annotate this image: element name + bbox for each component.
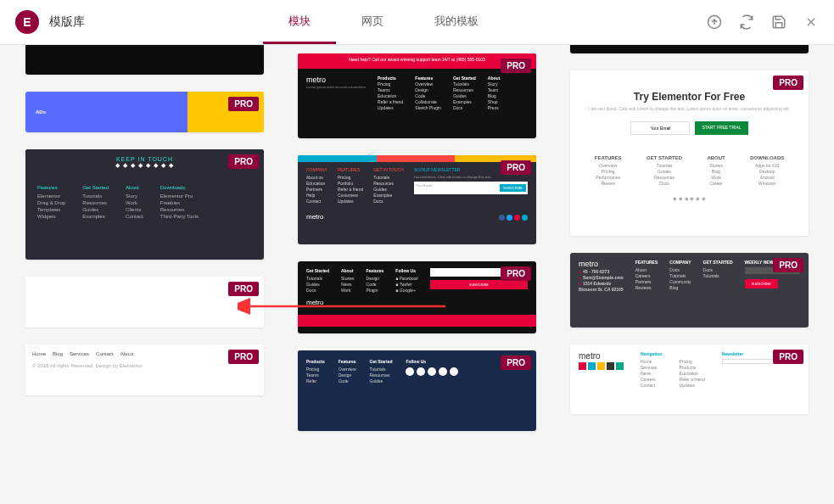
social-icons-row: ◆ ◆ ◆ ◆ ◆ ◆ ◆ ◆ [32, 162, 257, 169]
template-card[interactable]: Need help? Call our award-winning suppor… [298, 53, 536, 138]
template-card[interactable]: PRO [25, 277, 264, 328]
tab-my-templates[interactable]: 我的模板 [409, 0, 504, 44]
pro-badge: PRO [773, 258, 803, 272]
copyright: © 2018 All rights Reserved. Design by El… [32, 363, 257, 368]
pro-badge: PRO [501, 160, 531, 175]
template-thumb: Try Elementor For Free I am text block. … [570, 70, 809, 236]
brand-logo: metro [306, 299, 528, 306]
save-icon[interactable] [771, 14, 786, 30]
import-icon[interactable] [707, 14, 722, 30]
col-head: Downloads [160, 185, 199, 190]
thumb-label: ADs [36, 109, 46, 115]
template-card[interactable]: Get StartedTutorialsGuidesDocs AboutStor… [298, 261, 536, 333]
tab-blocks[interactable]: 模块 [263, 0, 336, 44]
template-card[interactable]: ProductsPricingTeamsRefer FeaturesOvervi… [298, 350, 536, 431]
template-card[interactable]: KEEP IN TOUCH ◆ ◆ ◆ ◆ ◆ ◆ ◆ ◆ FeaturesEl… [25, 149, 264, 260]
templates-grid: ADs PRO KEEP IN TOUCH ◆ ◆ ◆ ◆ ◆ ◆ ◆ ◆ Fe… [25, 45, 809, 431]
template-card[interactable]: HomeBlogServicesContactAbout © 2018 All … [25, 344, 264, 395]
template-card[interactable]: metro NavigationHomeServicesNewsCareersC… [570, 344, 809, 414]
col-head: Get Started [82, 185, 109, 190]
template-card[interactable]: Try Elementor For Free I am text block. … [570, 70, 809, 236]
modal-header: E 模版库 模块 网页 我的模板 [0, 0, 834, 45]
tabs: 模块 网页 我的模板 [263, 0, 504, 44]
template-card[interactable] [570, 45, 809, 53]
brand-logo: metro [579, 260, 624, 268]
pro-badge: PRO [773, 350, 803, 364]
pro-badge: PRO [228, 154, 259, 169]
pro-badge: PRO [501, 266, 531, 281]
thumb-heading: Try Elementor For Free [582, 91, 797, 103]
pro-badge: PRO [773, 76, 803, 90]
modal-title: 模版库 [49, 14, 85, 30]
templates-content[interactable]: ADs PRO KEEP IN TOUCH ◆ ◆ ◆ ◆ ◆ ◆ ◆ ◆ Fe… [0, 45, 834, 504]
pro-badge: PRO [228, 282, 259, 296]
brand-logo: metro [306, 76, 359, 84]
brand-logo: metro [306, 213, 323, 221]
template-card[interactable] [25, 45, 264, 75]
template-thumb [25, 45, 264, 75]
tab-pages[interactable]: 网页 [336, 0, 409, 44]
elementor-logo: E [15, 10, 39, 34]
grid-col-1: ADs PRO KEEP IN TOUCH ◆ ◆ ◆ ◆ ◆ ◆ ◆ ◆ Fe… [25, 45, 264, 431]
close-icon[interactable] [803, 14, 819, 30]
pro-badge: PRO [501, 356, 531, 370]
template-card[interactable]: COMPANYAbout usEducationPartnersHelpCont… [298, 155, 536, 244]
template-thumb [570, 45, 809, 53]
header-actions [707, 14, 819, 30]
pro-badge: PRO [501, 59, 531, 73]
brand-logo: metro [579, 351, 624, 361]
template-card[interactable]: metro●45 - 700-6273●Sam@Example.com●1514… [570, 253, 809, 328]
col-head: About [126, 185, 143, 190]
col-head: Features [37, 185, 65, 190]
social-icons-row: ◆ ◆ ◆ ◆ ◆ ◆ [582, 195, 797, 201]
template-card[interactable]: ADs PRO [25, 92, 264, 132]
grid-col-2: Need help? Call our award-winning suppor… [298, 45, 536, 431]
template-library-modal: E 模版库 模块 网页 我的模板 ADs PRO [0, 0, 834, 504]
pro-badge: PRO [228, 350, 259, 364]
thumb-heading: KEEP IN TOUCH [116, 156, 173, 162]
sync-icon[interactable] [739, 14, 754, 30]
pro-badge: PRO [228, 97, 259, 111]
grid-col-3: Try Elementor For Free I am text block. … [570, 45, 809, 431]
